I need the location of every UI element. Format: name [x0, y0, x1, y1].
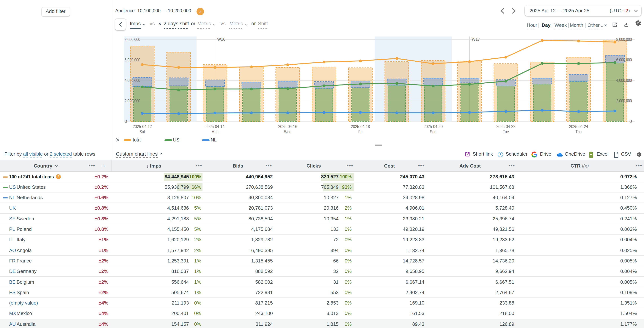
svg-text:Mon: Mon — [212, 129, 218, 134]
svg-text:Fri: Fri — [358, 129, 362, 134]
svg-text:2,000,000: 2,000,000 — [616, 98, 632, 103]
svg-text:6,000,000: 6,000,000 — [616, 57, 632, 62]
svg-text:0: 0 — [124, 119, 127, 124]
svg-text:Sat: Sat — [140, 129, 145, 134]
svg-text:2025-04-22: 2025-04-22 — [496, 124, 515, 129]
svg-text:2025-04-12: 2025-04-12 — [133, 124, 152, 129]
svg-text:Wed: Wed — [284, 129, 291, 134]
svg-text:Tue: Tue — [503, 129, 509, 134]
svg-text:2,000,000: 2,000,000 — [124, 98, 140, 103]
svg-text:0: 0 — [630, 119, 632, 124]
svg-text:6,000,000: 6,000,000 — [124, 57, 140, 62]
svg-text:2025-04-20: 2025-04-20 — [424, 124, 443, 129]
svg-text:2025-04-16: 2025-04-16 — [278, 124, 297, 129]
svg-text:4,000,000: 4,000,000 — [616, 78, 632, 83]
svg-text:2025-04-24: 2025-04-24 — [569, 124, 588, 129]
svg-text:8,000,000: 8,000,000 — [616, 37, 632, 42]
svg-text:Sun: Sun — [430, 129, 436, 134]
svg-text:8,000,000: 8,000,000 — [124, 37, 140, 42]
svg-text:2025-04-18: 2025-04-18 — [351, 124, 370, 129]
svg-text:Thu: Thu — [576, 129, 582, 134]
svg-text:2025-04-14: 2025-04-14 — [206, 124, 224, 129]
svg-text:W16: W16 — [217, 37, 226, 42]
svg-text:4,000,000: 4,000,000 — [124, 78, 140, 83]
svg-text:W17: W17 — [472, 37, 480, 42]
